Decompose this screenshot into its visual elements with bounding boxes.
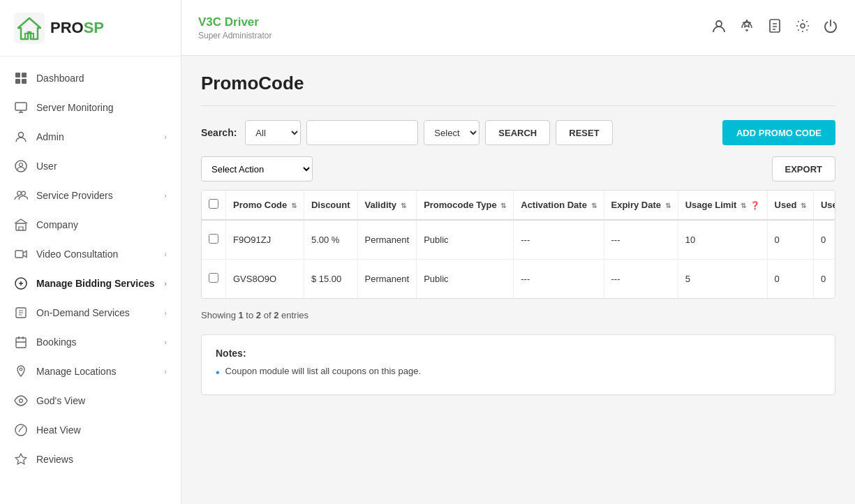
- notes-list: Coupon module will list all coupons on t…: [216, 366, 821, 379]
- user-profile-icon[interactable]: [711, 18, 727, 37]
- location-icon: [14, 364, 28, 378]
- sidebar-logo: PROSP: [0, 0, 181, 57]
- svg-point-20: [716, 21, 722, 27]
- settings-icon[interactable]: [795, 18, 810, 37]
- pagination-info: Showing 1 to 2 of 2 entries: [201, 310, 835, 320]
- heat-icon: [14, 423, 28, 437]
- chevron-right-icon: ›: [164, 191, 167, 200]
- svg-rect-16: [16, 338, 26, 348]
- sidebar-item-label: Manage Bidding Services: [36, 278, 155, 289]
- logo-house-icon: [14, 13, 45, 43]
- sidebar-item-label: Video Consultation: [36, 249, 118, 260]
- cell-validity: Permanent: [357, 260, 417, 299]
- video-icon: [14, 247, 28, 261]
- sidebar-item-label: Heat View: [36, 424, 81, 436]
- sort-icon: ⇅: [500, 202, 506, 209]
- search-filter-select[interactable]: All: [245, 120, 301, 145]
- col-activation-date: Activation Date ⇅: [514, 191, 604, 220]
- help-icon: ❓: [750, 201, 760, 209]
- col-used: Used ⇅: [767, 191, 813, 220]
- sort-icon: ⇅: [741, 202, 746, 209]
- grid-icon: [14, 71, 28, 85]
- search-input[interactable]: [306, 120, 418, 145]
- select-action-dropdown[interactable]: Select Action Delete Selected: [201, 156, 313, 181]
- svg-point-7: [19, 133, 24, 138]
- cell-expiry-date: ---: [604, 260, 678, 299]
- sidebar-item-label: Manage Locations: [36, 366, 116, 377]
- reviews-icon: [14, 452, 28, 466]
- svg-point-9: [20, 163, 23, 167]
- cell-promocode-type: Public: [417, 220, 514, 260]
- sidebar-item-manage-bidding[interactable]: Manage Bidding Services ›: [0, 269, 181, 298]
- sidebar-item-manage-locations[interactable]: Manage Locations ›: [0, 357, 181, 386]
- svg-point-18: [20, 399, 23, 403]
- sidebar-item-server-monitoring[interactable]: Server Monitoring: [0, 93, 181, 122]
- notes-item: Coupon module will list all coupons on t…: [216, 366, 821, 379]
- status-select[interactable]: Select Status Active Inactive: [424, 120, 479, 145]
- sidebar-item-gods-view[interactable]: God's View: [0, 386, 181, 415]
- col-discount: Discount: [304, 191, 357, 220]
- cell-activation-date: ---: [514, 260, 604, 299]
- sidebar-item-user[interactable]: User: [0, 151, 181, 181]
- svg-rect-13: [15, 251, 23, 258]
- sidebar-item-label: Admin: [36, 131, 64, 142]
- alert-icon[interactable]: [739, 18, 754, 37]
- cell-promocode-type: Public: [417, 260, 514, 299]
- notes-title: Notes:: [216, 348, 821, 359]
- svg-point-22: [801, 24, 805, 28]
- logo-text: PROSP: [50, 19, 104, 37]
- sidebar-item-admin[interactable]: Admin ›: [0, 122, 181, 151]
- sidebar-item-label: God's View: [36, 395, 85, 406]
- title-divider: [201, 105, 835, 106]
- company-icon: [14, 218, 28, 232]
- page-title: PromoCode: [201, 73, 835, 94]
- sidebar-item-reviews[interactable]: Reviews: [0, 445, 181, 474]
- sidebar-item-dashboard[interactable]: Dashboard: [0, 64, 181, 93]
- svg-rect-2: [15, 73, 20, 77]
- svg-point-10: [17, 191, 22, 195]
- reset-button[interactable]: RESET: [556, 120, 612, 145]
- sort-icon: ⇅: [591, 202, 597, 209]
- sidebar-item-service-providers[interactable]: Service Providers ›: [0, 181, 181, 210]
- cell-promo-code: GVS8O9O: [226, 260, 304, 299]
- cell-activation-date: ---: [514, 220, 604, 260]
- sidebar-item-bookings[interactable]: Bookings ›: [0, 327, 181, 357]
- power-icon[interactable]: [823, 18, 838, 37]
- sidebar-item-label: Company: [36, 219, 78, 230]
- sidebar-item-label: User: [36, 161, 57, 172]
- svg-rect-5: [22, 79, 27, 84]
- header-branding: V3C Driver Super Administrator: [198, 15, 272, 40]
- document-icon[interactable]: [767, 18, 782, 37]
- cell-promo-code: F9O91ZJ: [226, 220, 304, 260]
- promo-code-table: Promo Code ⇅ Discount Validity ⇅ Promoco…: [202, 191, 835, 298]
- notes-section: Notes: Coupon module will list all coupo…: [201, 334, 835, 395]
- search-bar: Search: All Select Status Active Inactiv…: [201, 120, 835, 145]
- svg-point-19: [15, 424, 27, 436]
- search-button[interactable]: SEARCH: [485, 120, 550, 145]
- sidebar-item-label: Reviews: [36, 454, 73, 465]
- cell-used: 0: [767, 260, 813, 299]
- cell-validity: Permanent: [357, 220, 417, 260]
- add-promo-code-button[interactable]: ADD PROMO CODE: [722, 120, 835, 145]
- cell-discount: $ 15.00: [304, 260, 357, 299]
- sidebar-item-video-consultation[interactable]: Video Consultation ›: [0, 239, 181, 269]
- sidebar-item-label: Dashboard: [36, 73, 84, 84]
- sidebar-navigation: Dashboard Server Monitoring Admin › User…: [0, 57, 181, 481]
- row-checkbox[interactable]: [209, 273, 218, 283]
- sidebar-item-heat-view[interactable]: Heat View: [0, 415, 181, 445]
- select-all-checkbox[interactable]: [209, 199, 218, 209]
- sort-icon: ⇅: [665, 202, 671, 209]
- row-checkbox[interactable]: [209, 234, 218, 244]
- export-button[interactable]: EXPORT: [772, 156, 835, 181]
- svg-point-11: [22, 191, 26, 195]
- main-area: V3C Driver Super Administrator PromoCode: [181, 0, 855, 504]
- sidebar-item-label: On-Demand Services: [36, 307, 130, 318]
- app-role: Super Administrator: [198, 31, 272, 40]
- cell-used-in-schedule: 0: [813, 260, 835, 299]
- header: V3C Driver Super Administrator: [181, 0, 855, 56]
- cell-expiry-date: ---: [604, 220, 678, 260]
- sidebar-item-company[interactable]: Company: [0, 210, 181, 239]
- chevron-right-icon: ›: [164, 133, 167, 141]
- svg-rect-3: [22, 73, 27, 77]
- sidebar-item-on-demand[interactable]: On-Demand Services ›: [0, 298, 181, 327]
